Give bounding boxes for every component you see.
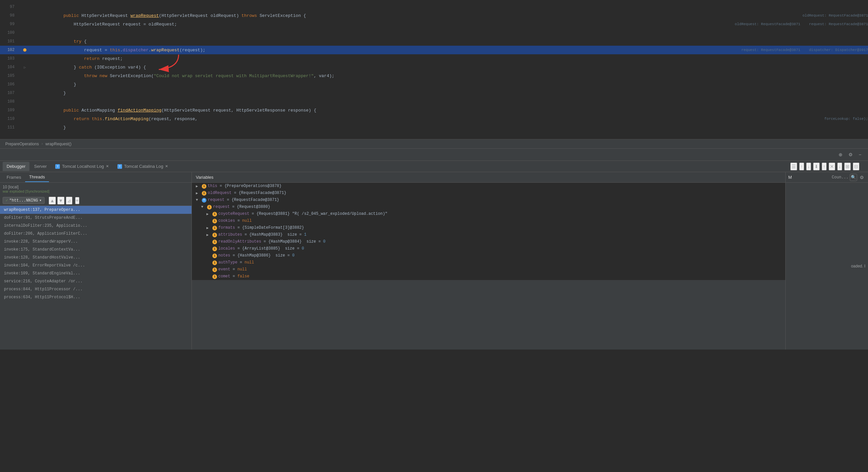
tomcat-catalina-icon: T: [118, 164, 122, 169]
breadcrumb-separator: ›: [41, 141, 43, 146]
code-line-107: 107 }: [0, 89, 868, 97]
toolbar-icons: ⊕ ⚙ −: [837, 151, 863, 158]
variables-label: Variables: [196, 175, 213, 180]
thread-dropdown-value: "htt...NNING: [9, 198, 38, 203]
minimize-icon[interactable]: −: [858, 151, 863, 158]
frames-list: wrapRequest:137, PrepareOpera... doFilte…: [0, 206, 191, 350]
line-number: 104: [0, 65, 20, 69]
tab-debugger[interactable]: Debugger: [3, 162, 29, 171]
evaluate2-icon[interactable]: ↓: [837, 163, 842, 171]
step-into-icon[interactable]: ↓: [806, 163, 811, 171]
bottom-panel: Debugger Server T Tomcat Localhost Log ✕…: [0, 161, 868, 350]
var-icon-readonly: i: [212, 240, 217, 244]
add-watch-icon[interactable]: +: [75, 197, 80, 204]
var-icon-request: =: [202, 198, 207, 203]
var-icon-notes: i: [212, 254, 217, 258]
settings-icon-right[interactable]: ⚙: [859, 174, 865, 181]
tab-close-localhost[interactable]: ✕: [106, 164, 109, 169]
thread-dropdown[interactable]: ✓ "htt...NNING ▾: [3, 197, 45, 204]
var-request[interactable]: ▼ = request = {RequestFacade@3871}: [192, 197, 785, 204]
search-icon[interactable]: 🔍: [850, 174, 857, 181]
nav-down-icon[interactable]: ▼: [57, 197, 64, 205]
code-line-99: 99 HttpServletRequest request = oldReque…: [0, 20, 868, 28]
check-icon: ✓: [6, 198, 8, 203]
tab-tomcat-catalina[interactable]: T Tomcat Catalina Log ✕: [114, 162, 172, 171]
frame-item-4[interactable]: invoke:228, StandardWrapperV...: [0, 238, 191, 245]
debug-toolbar: ☰ ↑ ↓ ⬇ ↑ ✕ ↓ ⊞ ⊟: [790, 163, 859, 171]
var-expand-spacer: [207, 219, 211, 223]
var-expand-icon: ▼: [196, 198, 200, 202]
frame-item-11[interactable]: process:634, Http11Protocol$H...: [0, 293, 191, 301]
var-expand-spacer: [207, 240, 211, 244]
fold-arrow: ▷: [24, 65, 26, 69]
var-cookies[interactable]: i cookies = null: [192, 217, 785, 225]
line-number: 101: [0, 39, 20, 44]
tab-server-label: Server: [34, 164, 46, 169]
frame-item-1[interactable]: doFilter:91, StrutsPrepareAndE...: [0, 214, 191, 222]
frame-item-7[interactable]: invoke:104, ErrorReportValve /c...: [0, 262, 191, 269]
subtab-frames[interactable]: Frames: [3, 173, 25, 182]
var-icon-locales: i: [212, 246, 217, 251]
frame-item-6[interactable]: invoke:128, StandardHostValve...: [0, 254, 191, 262]
line-number: 107: [0, 91, 20, 95]
frame-item-5[interactable]: invoke:175, StandardContextVa...: [0, 245, 191, 254]
var-attributes[interactable]: ▶ i attributes = {HashMap@3883} size = 1: [192, 231, 785, 238]
var-icon-oldrequest: i: [202, 191, 207, 196]
grid-icon[interactable]: ⊞: [844, 163, 851, 171]
var-expand-spacer: [207, 267, 211, 271]
thread-selector: ✓ "htt...NNING ▾ ▲ ▼ ⊿ +: [0, 195, 191, 206]
tab-bar: Debugger Server T Tomcat Localhost Log ✕…: [0, 161, 868, 172]
run-to-cursor-icon[interactable]: ↑: [822, 163, 827, 171]
list-icon[interactable]: ☰: [790, 163, 797, 171]
nav-up-icon[interactable]: ▲: [49, 197, 56, 205]
breadcrumb-class[interactable]: PrepareOperations: [5, 142, 39, 146]
inline-hint: oldRequest: RequestFacade@3871 request: …: [724, 22, 868, 26]
line-number: 99: [0, 22, 20, 27]
frame-item-8[interactable]: invoke:109, StandardEngineVal...: [0, 269, 191, 277]
var-this[interactable]: ▶ i this = {PrepareOperations@3878}: [192, 183, 785, 190]
line-number: 108: [0, 99, 20, 104]
tab-close-catalina[interactable]: ✕: [165, 164, 168, 169]
var-request-inner[interactable]: ▼ i request = {Request@3880}: [192, 204, 785, 210]
var-expand-spacer: [207, 254, 211, 258]
var-coyote-request[interactable]: ▶ i coyoteRequest = {Request@3881} "R( /…: [192, 210, 785, 217]
var-comet[interactable]: i comet = false: [192, 273, 785, 280]
line-number: 110: [0, 117, 20, 121]
step-out-icon[interactable]: ⬇: [813, 163, 820, 171]
settings-icon[interactable]: ⚙: [847, 151, 854, 158]
var-formats[interactable]: ▶ i formats = {SimpleDateFormat[3]@3882}: [192, 225, 785, 231]
frame-item-2[interactable]: internalDoFilter:235, Applicatio...: [0, 222, 191, 230]
var-event[interactable]: i event = null: [192, 266, 785, 273]
var-expand-icon: ▶: [196, 184, 200, 188]
var-locales[interactable]: i locales = {ArrayList@3885} size = 0: [192, 245, 785, 252]
line-number: 106: [0, 82, 20, 87]
subtab-threads[interactable]: Threads: [25, 173, 49, 182]
frame-item-9[interactable]: service:216, CoyoteAdapter /or...: [0, 277, 191, 285]
code-content: }: [30, 120, 868, 135]
var-authtype[interactable]: i authType = null: [192, 259, 785, 266]
breadcrumb-bar: PrepareOperations › wrapRequest(): [0, 139, 868, 148]
var-expand-icon: ▶: [207, 212, 211, 216]
frame-item-0[interactable]: wrapRequest:137, PrepareOpera...: [0, 206, 191, 214]
tab-debugger-label: Debugger: [7, 164, 26, 169]
evaluate-icon[interactable]: ✕: [829, 163, 835, 171]
tab-tomcat-localhost[interactable]: T Tomcat Localhost Log ✕: [51, 162, 113, 171]
frame-item-10[interactable]: process:844, Http11Processor /...: [0, 285, 191, 293]
var-expand-spacer: [207, 246, 211, 250]
var-notes[interactable]: i notes = {HashMap@3886} size = 0: [192, 252, 785, 259]
var-icon-coyote: i: [212, 212, 217, 216]
step-over-icon[interactable]: ↑: [799, 163, 804, 171]
breakpoint-indicator: [23, 48, 27, 52]
tab-server[interactable]: Server: [30, 162, 51, 171]
breadcrumb-method[interactable]: wrapRequest(): [45, 142, 71, 146]
m-header: M Coun... 🔍 ⚙: [786, 172, 868, 183]
var-icon-this: i: [202, 184, 207, 189]
filter-icon[interactable]: ⊿: [66, 197, 72, 205]
var-oldrequest[interactable]: ▶ i oldRequest = {RequestFacade@3871}: [192, 190, 785, 197]
variables-panel: ▶ i this = {PrepareOperations@3878} ▶ i …: [192, 183, 785, 280]
restore-icon[interactable]: ⊕: [837, 151, 844, 158]
frame-item-3[interactable]: doFilter:206, ApplicationFilterC...: [0, 230, 191, 238]
layout-icon[interactable]: ⊟: [853, 163, 859, 171]
var-readonly-attributes[interactable]: i readOnlyAttributes = {HashMap@3884} si…: [192, 238, 785, 245]
var-expand-spacer: [207, 274, 211, 278]
